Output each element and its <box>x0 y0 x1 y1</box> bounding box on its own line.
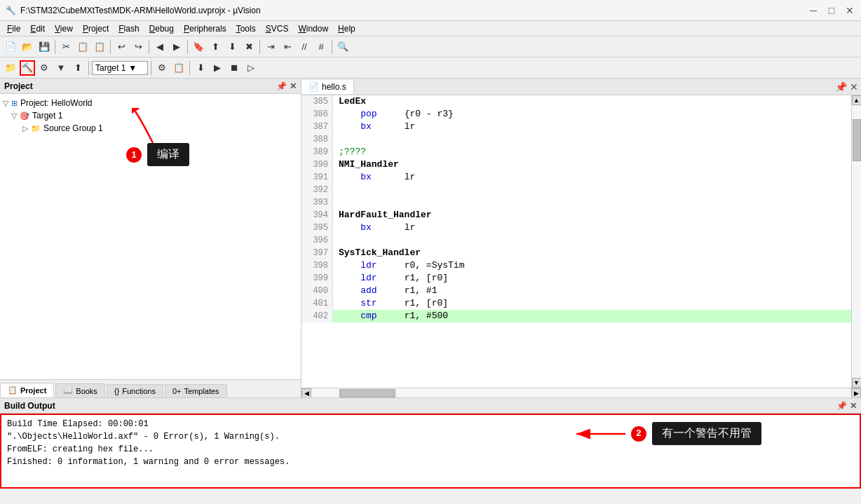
code-line-401: 401 str r1, [r0] <box>301 297 851 310</box>
code-line-402: 402 cmp r1, #500 <box>301 310 851 322</box>
load-btn[interactable]: ⬆ <box>70 60 86 76</box>
code-line-390: 390NMI_Handler <box>301 158 851 171</box>
panel-pin-btn[interactable]: 📌 <box>276 81 287 91</box>
menu-edit[interactable]: Edit <box>26 22 49 35</box>
horizontal-scrollbar[interactable]: ◀ ▶ <box>301 388 861 397</box>
panel-close-btn[interactable]: ✕ <box>290 81 297 91</box>
folder-icon: 📁 <box>31 124 41 133</box>
scroll-track[interactable] <box>852 105 861 378</box>
run-btn[interactable]: ▷ <box>243 60 259 76</box>
line-content <box>333 196 339 209</box>
line-number: 388 <box>301 133 333 146</box>
btn-extra[interactable]: ▼ <box>53 60 69 76</box>
code-line-395: 395 bx lr <box>301 222 851 234</box>
menu-debug[interactable]: Debug <box>145 22 178 35</box>
menu-svcs[interactable]: SVCS <box>262 22 293 35</box>
h-scroll-right-btn[interactable]: ▶ <box>851 388 861 398</box>
copy-btn[interactable]: 📋 <box>75 39 90 55</box>
new-file-btn[interactable]: 📄 <box>3 39 18 55</box>
stop-debug-btn[interactable]: ⏹ <box>226 60 242 76</box>
undo-btn[interactable]: ↩ <box>114 39 129 55</box>
h-scroll-track[interactable] <box>311 388 851 397</box>
build-output-title: Build Output <box>4 401 55 411</box>
target-selector[interactable]: Target 1 ▼ <box>92 61 148 75</box>
h-scroll-left-btn[interactable]: ◀ <box>301 388 311 398</box>
manage-btn[interactable]: 📋 <box>171 60 187 76</box>
maximize-button[interactable]: □ <box>826 5 837 16</box>
menu-help[interactable]: Help <box>334 22 360 35</box>
find-btn[interactable]: 🔍 <box>335 39 351 55</box>
prev-bookmark-btn[interactable]: ⬆ <box>208 39 223 55</box>
app-icon: 🔧 <box>6 6 16 15</box>
nav-back-btn[interactable]: ◀ <box>152 39 168 55</box>
tab-project[interactable]: 📋 Project <box>0 383 54 397</box>
target-label: Target 1 <box>95 63 126 73</box>
line-number: 395 <box>301 222 333 234</box>
line-number: 391 <box>301 171 333 184</box>
line-content: NMI_Handler <box>333 158 399 171</box>
scroll-thumb[interactable] <box>853 119 861 161</box>
menu-flash[interactable]: Flash <box>114 22 143 35</box>
start-debug-btn[interactable]: ▶ <box>210 60 225 76</box>
output-close-btn[interactable]: ✕ <box>850 401 857 411</box>
menu-peripherals[interactable]: Peripherals <box>179 22 231 35</box>
sep-6 <box>332 40 332 54</box>
line-content: HardFault_Handler <box>333 209 432 222</box>
annotation-badge-2: 2 <box>631 426 646 442</box>
unindent-btn[interactable]: ⇤ <box>280 39 295 55</box>
options-btn[interactable]: ⚙ <box>154 60 170 76</box>
h-scroll-thumb[interactable] <box>339 389 395 397</box>
editor-pin-btn[interactable]: 📌 <box>835 81 847 93</box>
code-line-389: 389;???? <box>301 146 851 158</box>
panel-tabs: 📋 Project 📖 Books {} Functions 0+ Templa… <box>0 379 301 397</box>
expand-icon-group: ▷ <box>22 124 28 133</box>
build-output-content: Build Time Elapsed: 00:00:01".\Objects\H… <box>0 414 861 489</box>
sep-5 <box>259 40 260 54</box>
bookmark-btn[interactable]: 🔖 <box>191 39 206 55</box>
editor-tab-bar: 📄 hello.s 📌 ✕ <box>301 79 861 95</box>
line-number: 398 <box>301 259 333 272</box>
sep-4 <box>187 40 188 54</box>
tab-books[interactable]: 📖 Books <box>55 383 105 397</box>
menu-file[interactable]: File <box>3 22 25 35</box>
menu-window[interactable]: Window <box>294 22 332 35</box>
rebuild-btn[interactable]: ⚙ <box>36 60 52 76</box>
minimize-button[interactable]: ─ <box>808 5 819 16</box>
menu-project[interactable]: Project <box>79 22 113 35</box>
save-btn[interactable]: 💾 <box>36 39 52 55</box>
comment-btn[interactable]: // <box>297 39 312 55</box>
editor-close-btn[interactable]: ✕ <box>850 81 858 93</box>
close-button[interactable]: ✕ <box>844 5 855 16</box>
line-content: cmp r1, #500 <box>333 310 448 322</box>
line-content: pop {r0 - r3} <box>333 108 454 121</box>
tab-books-label: Books <box>76 387 97 395</box>
paste-btn[interactable]: 📋 <box>92 39 107 55</box>
scroll-down-btn[interactable]: ▼ <box>852 378 862 388</box>
tab-functions[interactable]: {} Functions <box>107 384 163 397</box>
project-window-btn[interactable]: 📁 <box>3 60 18 76</box>
menu-view[interactable]: View <box>50 22 77 35</box>
code-editor[interactable]: 385LedEx386 pop {r0 - r3}387 bx lr388389… <box>301 95 851 388</box>
uncomment-btn[interactable]: # <box>313 39 329 55</box>
cut-btn[interactable]: ✂ <box>58 39 74 55</box>
next-bookmark-btn[interactable]: ⬇ <box>224 39 240 55</box>
open-btn[interactable]: 📂 <box>20 39 35 55</box>
redo-btn[interactable]: ↪ <box>130 39 146 55</box>
menu-tools[interactable]: Tools <box>232 22 260 35</box>
line-number: 399 <box>301 272 333 285</box>
sep-t2-1 <box>88 61 89 75</box>
tab-templates[interactable]: 0+ Templates <box>165 384 227 397</box>
line-content: SysTick_Handler <box>333 247 421 259</box>
editor-tab-hello-s[interactable]: 📄 hello.s <box>301 80 354 94</box>
download-btn[interactable]: ⬇ <box>193 60 208 76</box>
tab-functions-icon: {} <box>114 387 119 395</box>
build-btn toolbar-highlighted[interactable]: 🔨 <box>20 60 35 76</box>
indent-btn[interactable]: ⇥ <box>263 39 278 55</box>
vertical-scrollbar[interactable]: ▲ ▼ <box>851 95 861 388</box>
target-dropdown-icon[interactable]: ▼ <box>128 63 137 73</box>
sep-3 <box>149 40 149 54</box>
output-pin-btn[interactable]: 📌 <box>836 401 847 411</box>
clear-bookmarks-btn[interactable]: ✖ <box>241 39 257 55</box>
nav-fwd-btn[interactable]: ▶ <box>169 39 184 55</box>
scroll-up-btn[interactable]: ▲ <box>852 95 862 105</box>
